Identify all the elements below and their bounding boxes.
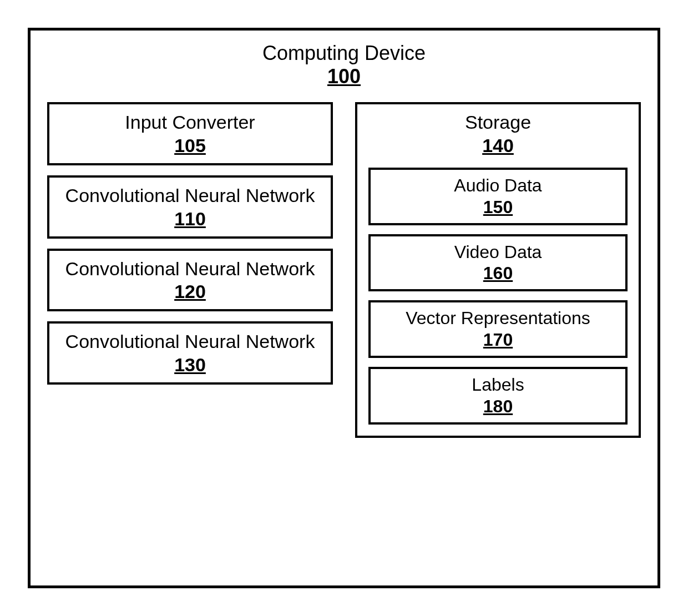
video-data-ref: 160 xyxy=(483,263,513,284)
vector-reps-block: Vector Representations 170 xyxy=(368,300,628,358)
cnn-110-block: Convolutional Neural Network 110 xyxy=(47,175,333,239)
storage-box: Storage 140 Audio Data 150 Video Data 16… xyxy=(355,102,641,438)
audio-data-label: Audio Data xyxy=(375,175,621,196)
storage-ref: 140 xyxy=(482,135,514,156)
diagram-columns: Input Converter 105 Convolutional Neural… xyxy=(47,102,641,569)
cnn-110-ref: 110 xyxy=(174,208,206,230)
storage-header: Storage 140 xyxy=(368,111,628,156)
cnn-120-block: Convolutional Neural Network 120 xyxy=(47,249,333,312)
computing-device-label: Computing Device xyxy=(47,42,641,65)
cnn-110-label: Convolutional Neural Network xyxy=(55,184,325,207)
vector-reps-ref: 170 xyxy=(483,330,513,350)
input-converter-ref: 105 xyxy=(174,135,206,156)
cnn-120-label: Convolutional Neural Network xyxy=(55,257,325,280)
computing-device-box: Computing Device 100 Input Converter 105… xyxy=(28,28,660,588)
vector-reps-label: Vector Representations xyxy=(375,308,621,329)
cnn-130-ref: 130 xyxy=(174,354,206,376)
audio-data-block: Audio Data 150 xyxy=(368,168,628,225)
labels-label: Labels xyxy=(375,375,621,395)
video-data-block: Video Data 160 xyxy=(368,234,628,292)
cnn-120-ref: 120 xyxy=(174,281,206,302)
left-column: Input Converter 105 Convolutional Neural… xyxy=(47,102,333,385)
video-data-label: Video Data xyxy=(375,242,621,262)
cnn-130-block: Convolutional Neural Network 130 xyxy=(47,321,333,385)
computing-device-ref: 100 xyxy=(327,65,361,88)
input-converter-label: Input Converter xyxy=(55,111,325,134)
right-column: Storage 140 Audio Data 150 Video Data 16… xyxy=(355,102,641,438)
input-converter-block: Input Converter 105 xyxy=(47,102,333,165)
storage-label: Storage xyxy=(368,111,628,134)
cnn-130-label: Convolutional Neural Network xyxy=(55,330,325,353)
audio-data-ref: 150 xyxy=(483,197,513,218)
storage-items: Audio Data 150 Video Data 160 Vector Rep… xyxy=(368,168,628,425)
labels-block: Labels 180 xyxy=(368,367,628,425)
computing-device-header: Computing Device 100 xyxy=(47,42,641,88)
labels-ref: 180 xyxy=(483,396,513,417)
